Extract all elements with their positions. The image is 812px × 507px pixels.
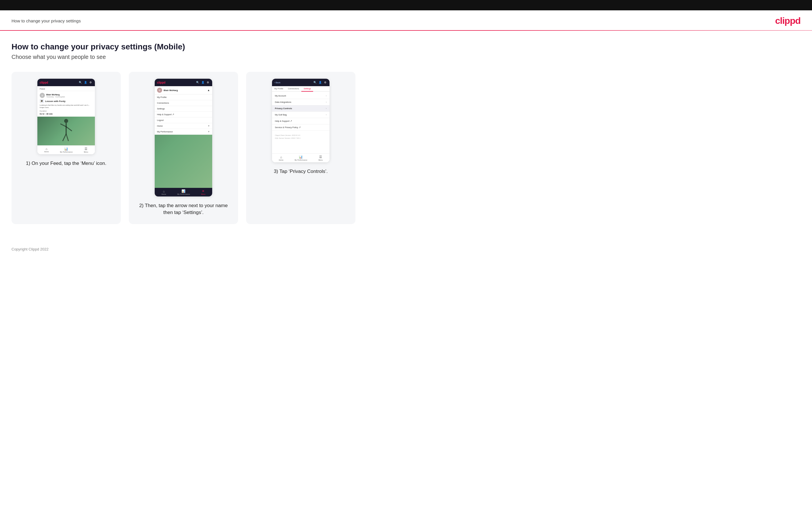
step-1-phone: clippd 🔍 👤 ⚙ Feed B Blair McHarg [37, 79, 95, 154]
step3-bottom-nav: ⌂ Home 📊 My Performance ☰ Menu [272, 153, 329, 162]
step1-post: B Blair McHarg Yesterday · Sunningdale 🎓… [37, 91, 95, 117]
step-3-card: ‹ Back 🔍 👤 ⚙ My Profile Connections Sett… [246, 72, 355, 224]
step2-nav-home: ⌂ Home [161, 189, 166, 195]
step1-topbar: clippd 🔍 👤 ⚙ [37, 79, 95, 86]
step3-nav-menu: ☰ Menu [318, 155, 322, 161]
step2-username: Blair McHarg [164, 89, 178, 92]
step2-settings-icon: ⚙ [206, 80, 210, 84]
version-info: Clippd Client Version: 2022.8.3-3 GQL Se… [272, 132, 329, 142]
golfer-silhouette [57, 118, 75, 144]
svg-line-3 [66, 127, 72, 131]
step3-nav-perf-label: My Performance [295, 159, 307, 161]
data-integrations-label: Data Integrations [275, 101, 291, 103]
svg-line-4 [63, 134, 66, 141]
step2-home-label: Home [157, 125, 163, 127]
step3-nav-performance: 📊 My Performance [295, 155, 307, 161]
settings-privacy-controls: Privacy Controls › [272, 105, 329, 112]
user-icon: 👤 [84, 80, 88, 84]
step2-overlay: clippd 🔍 👤 ⚙ B [155, 79, 212, 196]
golf-bag-arrow: › [326, 113, 326, 116]
step2-my-profile: My Profile [155, 95, 212, 100]
nav-menu-label: Menu [84, 151, 88, 153]
performance-icon: 📊 [64, 147, 68, 151]
settings-golf-bag: My Golf Bag › [272, 112, 329, 118]
nav-performance-label: My Performance [60, 151, 72, 153]
privacy-controls-label: Privacy Controls [275, 107, 292, 110]
spacer [272, 142, 329, 153]
lesson-row: 🎓 Lesson with Fordy [40, 99, 93, 103]
step2-user-row: B Blair McHarg ▲ [155, 86, 212, 95]
step-2-phone: clippd 🔍 👤 ⚙ B [155, 79, 212, 196]
settings-help-support: Help & Support ↗ [272, 118, 329, 124]
step2-home-chevron: ▼ [208, 125, 210, 127]
post-avatar: B [40, 93, 45, 98]
my-account-label: My Account [275, 95, 286, 97]
post-header: B Blair McHarg Yesterday · Sunningdale [40, 93, 93, 98]
help-support-label: Help & Support ↗ [275, 120, 292, 122]
step2-chevron-up: ▲ [207, 89, 210, 92]
step2-phone-icons: 🔍 👤 ⚙ [196, 80, 210, 84]
svg-line-5 [66, 134, 68, 141]
step2-connections: Connections [155, 100, 212, 106]
step2-bg: clippd 🔍 👤 ⚙ B [155, 79, 212, 188]
step2-perf-icon: 📊 [182, 189, 186, 193]
settings-data-integrations: Data Integrations › [272, 99, 329, 105]
post-body: Looking to feel like my hands are exitin… [40, 104, 93, 109]
duration-label: Duration [40, 110, 93, 112]
step2-nav-performance: 📊 My Performance [177, 189, 190, 195]
step3-back-bar: ‹ Back 🔍 👤 ⚙ [272, 79, 329, 86]
step2-settings: Settings [155, 106, 212, 112]
step-2-card: clippd 🔍 👤 ⚙ B [129, 72, 238, 224]
settings-service-privacy: Service & Privacy Policy ↗ [272, 124, 329, 131]
step3-icons: 🔍 👤 ⚙ [313, 80, 327, 84]
header: How to change your privacy settings clip… [0, 10, 812, 30]
step2-help-support: Help & Support ↗ [155, 112, 212, 117]
step3-description: 3) Tap ‘Privacy Controls’. [274, 168, 328, 175]
step3-settings-icon: ⚙ [323, 80, 327, 84]
service-privacy-label: Service & Privacy Policy ↗ [275, 126, 301, 129]
step1-bottom-nav: ⌂ Home 📊 My Performance ☰ Menu [37, 145, 95, 154]
step2-close-icon: ✕ [202, 189, 204, 193]
golf-bag-label: My Golf Bag [275, 113, 287, 116]
home-icon: ⌂ [45, 147, 47, 151]
version-client: Clippd Client Version: 2022.8.3-3 [275, 134, 326, 137]
step2-avatar: B [157, 88, 162, 93]
step2-phone-logo: clippd [157, 81, 165, 84]
data-integrations-arrow: › [326, 101, 326, 103]
settings-icon: ⚙ [89, 80, 93, 84]
search-icon: 🔍 [78, 80, 82, 84]
step2-search-icon: 🔍 [196, 80, 200, 84]
step2-home-icon: ⌂ [163, 189, 165, 193]
step1-description: 1) On your Feed, tap the ‘Menu’ icon. [26, 160, 106, 167]
step2-home-section: Home ▼ [155, 123, 212, 129]
settings-my-account: My Account › [272, 93, 329, 99]
step2-nav-perf-label: My Performance [177, 193, 190, 195]
step2-nav-home-label: Home [161, 193, 166, 195]
step2-performance-section: My Performance ▼ [155, 129, 212, 135]
version-gql: GQL Server Version: 2022.7.30-1 [275, 137, 326, 140]
feed-label: Feed [37, 86, 95, 91]
step2-performance-label: My Performance [157, 130, 173, 133]
logo: clippd [775, 15, 801, 26]
lesson-title: Lesson with Fordy [45, 100, 65, 103]
step2-nav-close: ✕ Menu [201, 189, 205, 195]
step2-bottom-nav: ⌂ Home 📊 My Performance ✕ Menu [155, 188, 212, 196]
step1-phone-icons: 🔍 👤 ⚙ [78, 80, 93, 84]
step1-phone-logo: clippd [40, 81, 48, 84]
settings-list: My Account › Data Integrations › Privacy… [272, 92, 329, 132]
privacy-controls-arrow: › [326, 107, 326, 110]
step2-dropdown-header: clippd 🔍 👤 ⚙ [155, 79, 212, 86]
step3-user-icon: 👤 [318, 80, 322, 84]
nav-home-label: Home [44, 151, 49, 153]
svg-line-2 [60, 124, 66, 127]
step3-home-icon: ⌂ [280, 155, 282, 159]
golf-image [37, 117, 95, 145]
nav-menu: ☰ Menu [84, 147, 88, 153]
step2-description: 2) Then, tap the arrow next to your name… [136, 202, 231, 216]
duration-value: 01 hr : 30 min [40, 113, 93, 115]
svg-point-0 [64, 119, 68, 123]
tab-my-profile: My Profile [272, 86, 286, 92]
step-3-phone: ‹ Back 🔍 👤 ⚙ My Profile Connections Sett… [272, 79, 329, 162]
nav-performance: 📊 My Performance [60, 147, 72, 153]
footer: Copyright Clippd 2022 [0, 241, 812, 257]
